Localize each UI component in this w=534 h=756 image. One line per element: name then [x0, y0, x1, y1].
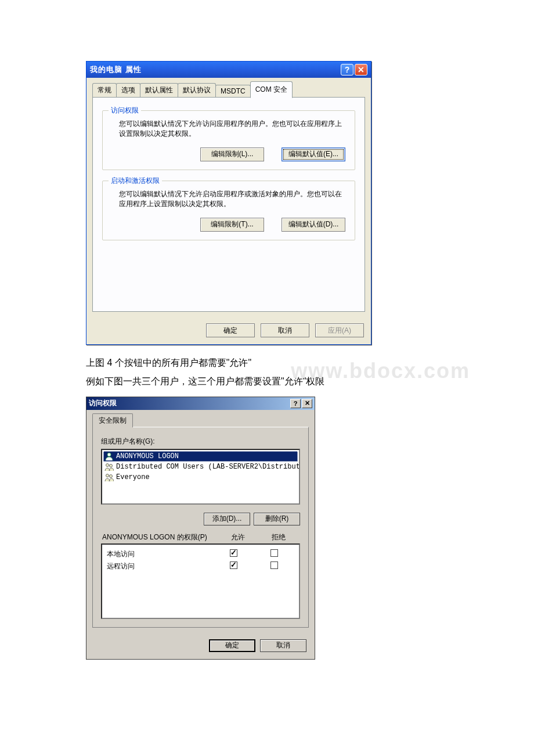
list-item[interactable]: ANONYMOUS LOGON [103, 451, 298, 462]
permissions-list: 本地访问 远程访问 [101, 543, 300, 619]
tab-default-props[interactable]: 默认属性 [140, 83, 178, 98]
user-name: Everyone [116, 473, 150, 481]
edit-defaults-access-button[interactable]: 编辑默认值(E)... [282, 147, 345, 161]
deny-checkbox[interactable] [270, 549, 278, 557]
apply-button[interactable]: 应用(A) [315, 323, 364, 337]
edit-defaults-launch-button[interactable]: 编辑默认值(D)... [282, 218, 345, 232]
users-listbox[interactable]: ANONYMOUS LOGON Distributed COM Users (L… [101, 449, 300, 505]
permission-name: 远程访问 [107, 561, 213, 571]
dialog-body: 常规 选项 默认属性 默认协议 MSDTC COM 安全 访问权限 您可以编辑默… [86, 78, 371, 318]
svg-point-3 [106, 474, 109, 477]
cancel-button[interactable]: 取消 [260, 639, 306, 652]
permission-row: 远程访问 [107, 560, 294, 573]
add-user-button[interactable]: 添加(D)... [204, 513, 250, 525]
close-button[interactable]: ✕ [302, 399, 312, 408]
dialog2-title-buttons: ? ✕ [290, 399, 312, 408]
svg-point-2 [110, 464, 113, 467]
tab-options[interactable]: 选项 [116, 83, 140, 98]
list-item[interactable]: Everyone [103, 472, 298, 483]
group-button-row-2: 编辑限制(T)... 编辑默认值(D)... [110, 218, 348, 232]
tab-strip: 常规 选项 默认属性 默认协议 MSDTC COM 安全 [92, 81, 365, 98]
my-computer-properties-dialog: 我的电脑 属性 ? ✕ 常规 选项 默认属性 默认协议 MSDTC COM 安全… [86, 61, 371, 345]
svg-point-0 [107, 453, 111, 456]
explanation-paragraph-2: 例如下图一共三个用户，这三个用户都需要设置"允许"权限 [86, 373, 448, 390]
tab-panel-com-security: 访问权限 您可以编辑默认情况下允许访问应用程序的用户。您也可以在应用程序上设置限… [92, 97, 365, 312]
user-buttons-row: 添加(D)... 删除(R) [101, 513, 300, 525]
tab-security-limits[interactable]: 安全限制 [92, 413, 133, 427]
launch-activation-permissions-group: 启动和激活权限 您可以编辑默认情况下允许启动应用程序或激活对象的用户。您也可以在… [102, 181, 355, 240]
group-desc-launch: 您可以编辑默认情况下允许启动应用程序或激活对象的用户。您也可以在应用程序上设置限… [119, 189, 343, 210]
group-button-row: 编辑限制(L)... 编辑默认值(E)... [110, 147, 348, 161]
explanation-paragraph-1: 上图 4 个按钮中的所有用户都需要"允许" [86, 354, 448, 372]
svg-point-4 [110, 474, 113, 477]
permission-row: 本地访问 [107, 548, 294, 560]
dialog-bottom-buttons: 确定 取消 应用(A) [86, 318, 371, 344]
edit-limits-access-button[interactable]: 编辑限制(L)... [200, 147, 264, 161]
permission-name: 本地访问 [107, 549, 213, 559]
tab-msdtc[interactable]: MSDTC [215, 85, 251, 98]
permissions-header: ANONYMOUS LOGON 的权限(P) 允许 拒绝 [102, 532, 299, 542]
tab-default-protocol[interactable]: 默认协议 [178, 83, 216, 98]
ok-button[interactable]: 确定 [209, 639, 255, 652]
dialog-titlebar: 我的电脑 属性 ? ✕ [86, 62, 371, 78]
help-button[interactable]: ? [290, 399, 301, 408]
dialog2-titlebar: 访问权限 ? ✕ [86, 397, 315, 410]
svg-point-1 [106, 463, 109, 466]
access-permissions-dialog: 访问权限 ? ✕ 安全限制 组或用户名称(G): ANONYMOUS LOGON [86, 397, 315, 660]
group-desc-access: 您可以编辑默认情况下允许访问应用程序的用户。您也可以在应用程序上设置限制以决定其… [119, 119, 343, 139]
dialog-title: 我的电脑 属性 [90, 64, 142, 75]
ok-button[interactable]: 确定 [206, 323, 255, 337]
group-users-label: 组或用户名称(G): [101, 437, 300, 447]
close-button[interactable]: ✕ [355, 64, 367, 75]
dialog2-title: 访问权限 [89, 398, 117, 408]
tab-com-security[interactable]: COM 安全 [250, 81, 293, 98]
help-button[interactable]: ? [341, 64, 353, 75]
user-name: ANONYMOUS LOGON [116, 452, 179, 460]
group-legend-access: 访问权限 [109, 106, 141, 116]
dlg2-panel: 组或用户名称(G): ANONYMOUS LOGON Distributed C… [92, 427, 309, 628]
access-permissions-group: 访问权限 您可以编辑默认情况下允许访问应用程序的用户。您也可以在应用程序上设置限… [102, 110, 355, 170]
edit-limits-launch-button[interactable]: 编辑限制(T)... [200, 218, 264, 232]
allow-checkbox[interactable] [230, 549, 237, 557]
allow-checkbox[interactable] [230, 561, 237, 569]
deny-column-header: 拒绝 [258, 532, 299, 542]
titlebar-buttons: ? ✕ [341, 64, 367, 75]
deny-checkbox[interactable] [270, 561, 278, 569]
tab-general[interactable]: 常规 [92, 83, 117, 98]
users-group-icon [104, 462, 114, 471]
user-icon [104, 452, 114, 461]
dialog2-bottom-buttons: 确定 取消 [86, 633, 315, 659]
remove-user-button[interactable]: 删除(R) [254, 513, 300, 525]
user-name: Distributed COM Users (LAB-SERVER2\Distr… [116, 463, 300, 471]
list-item[interactable]: Distributed COM Users (LAB-SERVER2\Distr… [103, 462, 298, 472]
allow-column-header: 允许 [218, 532, 258, 542]
dialog2-body: 安全限制 组或用户名称(G): ANONYMOUS LOGON Dist [86, 410, 315, 633]
cancel-button[interactable]: 取消 [261, 323, 309, 337]
permissions-for-label: ANONYMOUS LOGON 的权限(P) [102, 532, 218, 542]
users-group-icon [104, 473, 114, 482]
group-legend-launch: 启动和激活权限 [109, 176, 162, 186]
